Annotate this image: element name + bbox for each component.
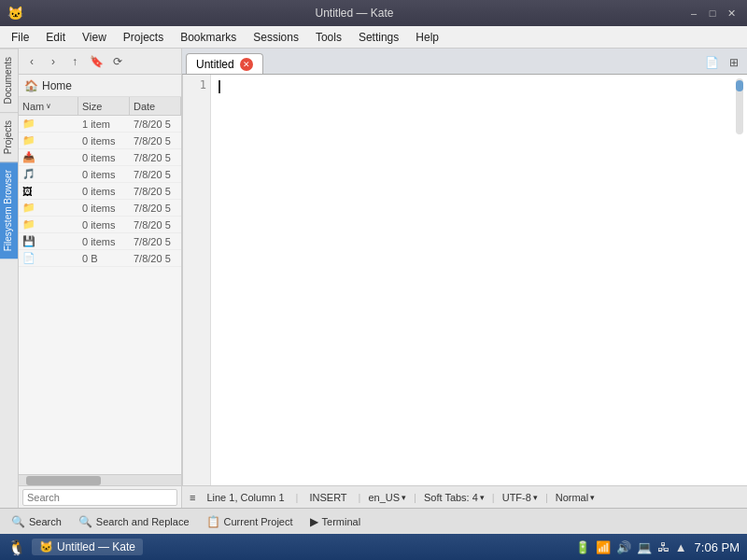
taskbar: 🐧 🐱 Untitled — Kate 🔋 📶 🔊 💻 🖧 ▲ 7:06 PM: [0, 534, 747, 560]
status-bar: ≡ Line 1, Column 1 | INSERT | en_US ▾ | …: [182, 485, 747, 508]
fs-scrollbar-thumb[interactable]: [26, 476, 101, 485]
new-file-button[interactable]: 📄: [702, 53, 721, 72]
menu-bar: File Edit View Projects Bookmarks Sessio…: [0, 26, 747, 49]
file-icon: 📄: [22, 252, 35, 264]
app-icon: 🐱: [7, 6, 23, 21]
list-item[interactable]: 📥 0 items 7/8/20 5: [19, 149, 181, 166]
menu-sessions[interactable]: Sessions: [246, 29, 306, 46]
editor-content[interactable]: 1: [182, 75, 747, 485]
fs-location-text: Home: [42, 79, 72, 92]
status-list-icon: ≡: [190, 492, 195, 503]
panel-search-replace[interactable]: 🔍 Search and Replace: [71, 511, 197, 532]
menu-projects[interactable]: Projects: [116, 29, 171, 46]
terminal-icon: ▶: [310, 515, 318, 528]
text-cursor: [218, 80, 220, 93]
search-icon: 🔍: [11, 515, 25, 528]
list-item[interactable]: 📁 0 items 7/8/20 5: [19, 217, 181, 233]
clock: 7:06 PM: [695, 540, 740, 554]
panel-search-replace-label: Search and Replace: [96, 516, 190, 527]
sidebar-item-documents[interactable]: Documents: [0, 49, 18, 112]
panel-project-label: Current Project: [224, 516, 293, 527]
home-icon: 🏠: [24, 79, 38, 92]
taskbar-app-title: Untitled — Kate: [57, 540, 135, 553]
fs-horizontal-scrollbar[interactable]: [19, 474, 181, 485]
list-item[interactable]: 📁 0 items 7/8/20 5: [19, 200, 181, 217]
menu-settings[interactable]: Settings: [351, 29, 406, 46]
list-item[interactable]: 📄 0 B 7/8/20 5: [19, 250, 181, 267]
folder-icon: 📁: [22, 134, 35, 147]
taskbar-right: 🔋 📶 🔊 💻 🖧 ▲ 7:06 PM: [575, 540, 740, 554]
menu-tools[interactable]: Tools: [308, 29, 349, 46]
fs-col-size-header[interactable]: Size: [78, 97, 130, 115]
editor-tab-untitled[interactable]: Untitled ✕: [186, 53, 263, 74]
menu-help[interactable]: Help: [408, 29, 446, 46]
sort-icon: ∨: [46, 102, 51, 110]
fs-refresh-button[interactable]: ⟳: [108, 52, 127, 71]
fs-search-input[interactable]: [22, 489, 177, 506]
editor-text-area[interactable]: [211, 75, 747, 485]
list-item[interactable]: 📁 1 item 7/8/20 5: [19, 116, 181, 133]
start-icon[interactable]: 🐧: [7, 539, 26, 556]
folder-icon: 📁: [22, 218, 35, 231]
fs-forward-button[interactable]: ›: [44, 52, 63, 71]
fs-location-bar: 🏠 Home: [19, 75, 181, 97]
title-bar-center: Untitled — Kate: [23, 7, 685, 20]
search-replace-icon: 🔍: [78, 515, 92, 528]
fs-column-headers: Nam ∨ Size Date: [19, 97, 181, 116]
encoding-chevron-icon: ▾: [533, 493, 538, 502]
tabs-chevron-icon: ▾: [480, 493, 485, 502]
project-icon: 📋: [206, 515, 220, 528]
fs-search-bar: [19, 485, 181, 508]
tab-close-button[interactable]: ✕: [240, 58, 253, 71]
tabs-selector[interactable]: Soft Tabs: 4 ▾: [424, 492, 485, 503]
network-icon[interactable]: 📶: [596, 540, 611, 554]
list-item[interactable]: 🎵 0 items 7/8/20 5: [19, 166, 181, 183]
bottom-panel-bar: 🔍 Search 🔍 Search and Replace 📋 Current …: [0, 508, 747, 534]
fs-up-button[interactable]: ↑: [65, 52, 84, 71]
line-number-1: 1: [187, 78, 206, 91]
split-view-button[interactable]: ⊞: [725, 53, 743, 72]
title-bar: 🐱 Untitled — Kate – □ ✕: [0, 0, 747, 26]
fs-col-date-header[interactable]: Date: [130, 97, 181, 115]
volume-icon[interactable]: 🔊: [616, 540, 631, 554]
menu-file[interactable]: File: [4, 29, 36, 46]
sidebar-item-filesystem[interactable]: Filesystem Browser: [0, 161, 18, 259]
panel-current-project[interactable]: 📋 Current Project: [199, 511, 301, 532]
sidebar-item-projects[interactable]: Projects: [0, 112, 18, 161]
maximize-button[interactable]: □: [704, 5, 721, 21]
title-bar-right: – □ ✕: [685, 5, 740, 21]
cursor-position: Line 1, Column 1: [203, 492, 288, 503]
menu-view[interactable]: View: [75, 29, 114, 46]
menu-edit[interactable]: Edit: [38, 29, 73, 46]
taskbar-app-item[interactable]: 🐱 Untitled — Kate: [32, 539, 143, 555]
taskbar-left: 🐧 🐱 Untitled — Kate: [7, 539, 143, 556]
menu-bookmarks[interactable]: Bookmarks: [173, 29, 244, 46]
network2-icon[interactable]: 🖧: [657, 540, 669, 554]
battery-icon[interactable]: 🔋: [575, 540, 590, 554]
fs-col-name-header[interactable]: Nam ∨: [19, 97, 78, 115]
language-chevron-icon: ▾: [402, 493, 406, 502]
fs-back-button[interactable]: ‹: [22, 52, 41, 71]
line-numbers: 1: [183, 75, 211, 485]
tray-arrow-icon[interactable]: ▲: [675, 540, 687, 554]
panel-search-label: Search: [29, 516, 62, 527]
title-bar-left: 🐱: [7, 6, 23, 21]
display-icon[interactable]: 💻: [637, 540, 652, 554]
eol-chevron-icon: ▾: [590, 493, 595, 502]
panel-terminal[interactable]: ▶ Terminal: [303, 511, 369, 532]
tab-actions: 📄 ⊞: [702, 53, 743, 74]
language-selector[interactable]: en_US ▾: [368, 492, 406, 503]
save-icon: 💾: [22, 235, 35, 247]
side-tabs: Documents Projects Filesystem Browser: [0, 49, 19, 508]
folder-icon: 📁: [22, 202, 35, 214]
list-item[interactable]: 🖼 0 items 7/8/20 5: [19, 183, 181, 200]
panel-search[interactable]: 🔍 Search: [4, 511, 69, 532]
fs-bookmark-button[interactable]: 🔖: [87, 52, 106, 71]
eol-selector[interactable]: Normal ▾: [556, 492, 595, 503]
list-item[interactable]: 💾 0 items 7/8/20 5: [19, 233, 181, 250]
encoding-selector[interactable]: UTF-8 ▾: [502, 492, 538, 503]
minimize-button[interactable]: –: [685, 5, 702, 21]
window-title: Untitled — Kate: [315, 7, 393, 20]
close-button[interactable]: ✕: [723, 5, 740, 21]
list-item[interactable]: 📁 0 items 7/8/20 5: [19, 133, 181, 149]
